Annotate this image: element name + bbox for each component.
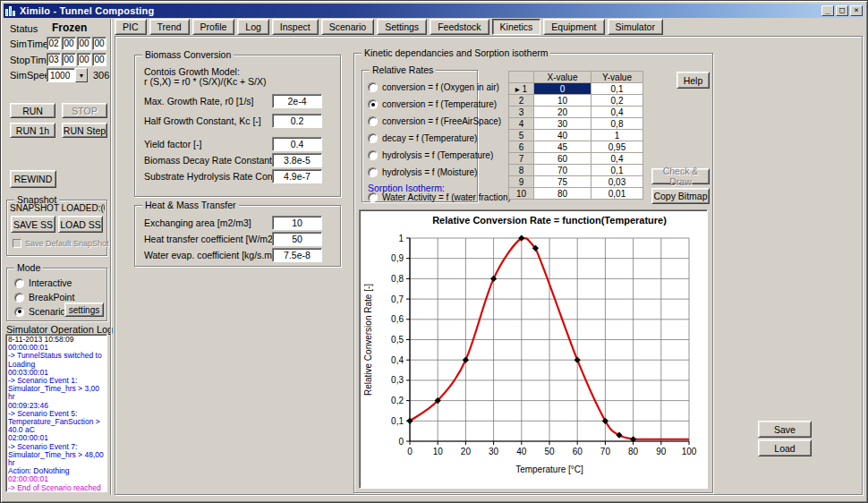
scenario-settings-button[interactable]: settings: [64, 303, 104, 317]
tab-kinetics[interactable]: Kinetics: [492, 19, 541, 35]
radio-rate-3[interactable]: decay = f (Temperature): [368, 133, 477, 143]
row-header[interactable]: 5: [509, 130, 534, 141]
field-input[interactable]: 0.4: [272, 137, 322, 151]
x-value-cell[interactable]: 75: [534, 176, 591, 188]
radio-rate-1[interactable]: conversion = f (Temperature): [368, 99, 497, 109]
close-button[interactable]: ×: [850, 5, 863, 16]
simspeed-combobox[interactable]: 1000 ▼: [47, 68, 88, 82]
radio-icon[interactable]: [368, 167, 378, 177]
xy-value-table[interactable]: X-value Y-value ▸ 100,12100,23200,44300,…: [508, 71, 643, 200]
stoptime-digit[interactable]: 00: [92, 53, 106, 66]
stoptime-digit[interactable]: 00: [77, 53, 91, 66]
tab-log[interactable]: Log: [237, 19, 269, 35]
radio-water-activity[interactable]: Water Activity = f (water fraction): [368, 192, 511, 202]
radio-icon[interactable]: [368, 150, 378, 160]
row-header[interactable]: 2: [509, 95, 534, 107]
field-input[interactable]: 3.8e-5: [272, 153, 322, 167]
x-value-cell[interactable]: 70: [534, 165, 591, 176]
x-value-cell[interactable]: 60: [534, 153, 591, 165]
row-header[interactable]: 6: [509, 141, 534, 153]
radio-label: decay = f (Temperature): [382, 133, 477, 143]
radio-rate-0[interactable]: conversion = f (Oxygen in air): [368, 82, 499, 92]
save-ss-button[interactable]: SAVE SS: [11, 216, 55, 233]
x-value-cell[interactable]: 30: [534, 118, 591, 130]
minimize-button[interactable]: _: [821, 5, 834, 16]
simtime-digit[interactable]: 02: [47, 37, 61, 50]
tab-settings[interactable]: Settings: [377, 19, 427, 35]
help-button[interactable]: Help: [677, 72, 710, 89]
y-value-cell[interactable]: 1: [591, 130, 643, 141]
simtime-digit[interactable]: 00: [62, 37, 76, 50]
y-value-cell[interactable]: 0,4: [591, 153, 643, 165]
operation-log-list[interactable]: 8-11-2013 10:58:0900:00:00:01-> TunnelSt…: [5, 334, 107, 492]
tab-trend[interactable]: Trend: [149, 19, 190, 35]
tab-scenario[interactable]: Scenario: [321, 19, 374, 35]
row-header[interactable]: 10: [509, 188, 534, 200]
row-header[interactable]: 8: [509, 165, 534, 176]
run-1h-button[interactable]: RUN 1h: [10, 123, 55, 138]
radio-rate-2[interactable]: conversion = f (FreeAirSpace): [368, 116, 501, 126]
tab-pic[interactable]: PIC: [115, 19, 147, 35]
x-value-cell[interactable]: 20: [534, 107, 591, 118]
simtime-digit[interactable]: 00: [92, 37, 106, 50]
x-value-cell[interactable]: 45: [534, 141, 591, 153]
radio-icon[interactable]: [368, 82, 378, 92]
row-header[interactable]: 3: [509, 107, 534, 118]
y-value-cell[interactable]: 0,1: [591, 165, 643, 176]
stoptime-digit[interactable]: 03: [47, 53, 61, 66]
copy-bitmap-button[interactable]: Copy Bitmap: [651, 188, 710, 204]
stoptime-digit[interactable]: 00: [62, 53, 76, 66]
y-value-cell[interactable]: 0,8: [591, 118, 643, 130]
y-value-cell[interactable]: 0,4: [591, 107, 643, 118]
simtime-digit[interactable]: 00: [77, 37, 91, 50]
svg-text:20: 20: [461, 447, 472, 456]
y-value-cell[interactable]: 0,03: [591, 176, 643, 188]
row-header[interactable]: 9: [509, 176, 534, 188]
y-value-cell[interactable]: 0,95: [591, 141, 643, 153]
radio-rate-5[interactable]: hydrolysis = f (Moisture): [368, 167, 477, 177]
x-value-cell[interactable]: 0: [534, 83, 591, 95]
tab-equipment[interactable]: Equipment: [543, 19, 604, 35]
run-button[interactable]: RUN: [10, 103, 55, 118]
chevron-down-icon[interactable]: ▼: [75, 68, 88, 82]
radio-icon[interactable]: [368, 99, 378, 109]
x-value-cell[interactable]: 10: [534, 95, 591, 107]
field-input[interactable]: 4.9e-7: [272, 169, 322, 183]
field-input[interactable]: 2e-4: [272, 94, 322, 108]
field-input[interactable]: 10: [272, 216, 322, 230]
table-row: 2100,2: [509, 95, 643, 107]
heat-mass-transfer-group: Heat & Mass Transfer Exchanging area [m2…: [134, 205, 341, 267]
radio-mode-breakpoint[interactable]: BreakPoint: [14, 292, 74, 303]
tab-feedstock[interactable]: Feedstock: [430, 19, 489, 35]
x-value-cell[interactable]: 40: [534, 130, 591, 141]
tab-simulator[interactable]: Simulator: [608, 19, 663, 35]
radio-icon[interactable]: [14, 278, 24, 288]
field-input[interactable]: 50: [272, 232, 322, 246]
run-step-button[interactable]: RUN Step: [62, 123, 107, 138]
field-input[interactable]: 7.5e-8: [272, 248, 322, 262]
tab-profile[interactable]: Profile: [192, 19, 235, 35]
radio-icon[interactable]: [14, 307, 24, 317]
x-value-cell[interactable]: 80: [534, 188, 591, 200]
load-button[interactable]: Load: [758, 439, 812, 456]
y-value-cell[interactable]: 0,2: [591, 95, 643, 107]
tab-inspect[interactable]: Inspect: [272, 19, 319, 35]
radio-rate-4[interactable]: hydrolysis = f (Temperature): [368, 150, 493, 160]
row-header[interactable]: ▸ 1: [509, 83, 534, 95]
save-button[interactable]: Save: [758, 421, 812, 438]
radio-icon[interactable]: [368, 192, 378, 202]
radio-icon[interactable]: [368, 116, 378, 126]
y-value-cell[interactable]: 0,1: [591, 83, 643, 95]
rewind-button[interactable]: REWIND: [10, 170, 56, 188]
load-ss-button[interactable]: LOAD SS: [58, 216, 103, 233]
y-value-cell[interactable]: 0,01: [591, 188, 643, 200]
radio-icon[interactable]: [14, 293, 24, 303]
radio-mode-interactive[interactable]: Interactive: [14, 277, 72, 288]
radio-icon[interactable]: [368, 133, 378, 143]
row-header[interactable]: 7: [509, 153, 534, 165]
row-header[interactable]: 4: [509, 118, 534, 130]
radio-mode-scenario[interactable]: Scenario: [14, 306, 65, 317]
field-input[interactable]: 0.2: [272, 114, 322, 128]
maximize-button[interactable]: □: [836, 5, 848, 16]
contois-model-line2: r (S,X) = r0 * (S/X)/(Kc + S/X): [144, 76, 267, 87]
